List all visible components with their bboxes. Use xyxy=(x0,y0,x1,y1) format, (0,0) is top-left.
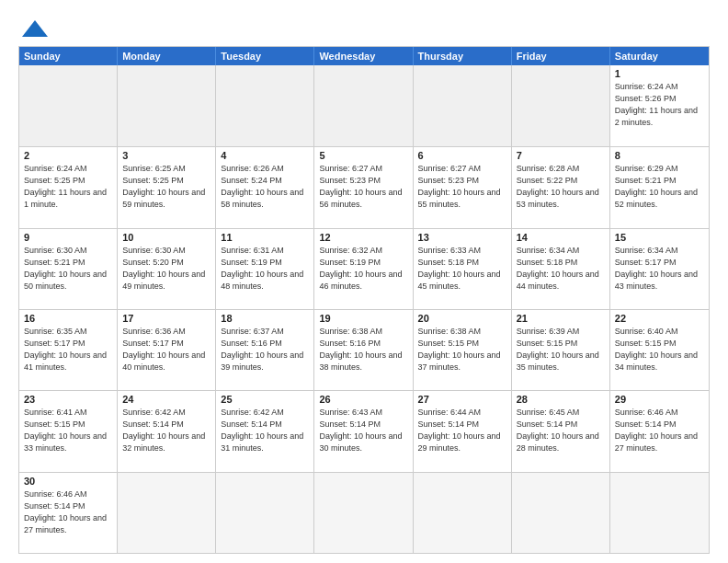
calendar-cell: 7Sunrise: 6:28 AM Sunset: 5:22 PM Daylig… xyxy=(512,147,610,227)
calendar-cell: 8Sunrise: 6:29 AM Sunset: 5:21 PM Daylig… xyxy=(610,147,709,227)
calendar-body: 1Sunrise: 6:24 AM Sunset: 5:26 PM Daylig… xyxy=(19,65,709,553)
calendar-cell: 18Sunrise: 6:37 AM Sunset: 5:16 PM Dayli… xyxy=(216,310,314,390)
day-number: 15 xyxy=(615,232,704,243)
weekday-header: Saturday xyxy=(610,47,709,65)
calendar-cell: 23Sunrise: 6:41 AM Sunset: 5:15 PM Dayli… xyxy=(19,391,118,471)
day-info: Sunrise: 6:34 AM Sunset: 5:18 PM Dayligh… xyxy=(517,245,605,293)
day-info: Sunrise: 6:32 AM Sunset: 5:19 PM Dayligh… xyxy=(319,245,407,293)
day-info: Sunrise: 6:46 AM Sunset: 5:14 PM Dayligh… xyxy=(24,488,112,536)
day-info: Sunrise: 6:29 AM Sunset: 5:21 PM Dayligh… xyxy=(615,163,704,211)
day-info: Sunrise: 6:42 AM Sunset: 5:14 PM Dayligh… xyxy=(221,407,309,454)
logo xyxy=(18,18,50,39)
day-info: Sunrise: 6:45 AM Sunset: 5:14 PM Dayligh… xyxy=(517,407,605,454)
calendar-row: 9Sunrise: 6:30 AM Sunset: 5:21 PM Daylig… xyxy=(19,228,709,309)
day-info: Sunrise: 6:24 AM Sunset: 5:26 PM Dayligh… xyxy=(615,81,704,129)
calendar-cell: 15Sunrise: 6:34 AM Sunset: 5:17 PM Dayli… xyxy=(610,229,709,309)
day-number: 1 xyxy=(615,68,704,79)
calendar-cell: 5Sunrise: 6:27 AM Sunset: 5:23 PM Daylig… xyxy=(314,147,413,227)
weekday-header: Monday xyxy=(118,47,216,65)
day-info: Sunrise: 6:35 AM Sunset: 5:17 PM Dayligh… xyxy=(24,326,112,373)
day-number: 7 xyxy=(517,150,605,161)
day-info: Sunrise: 6:39 AM Sunset: 5:15 PM Dayligh… xyxy=(517,326,605,373)
calendar-cell: 28Sunrise: 6:45 AM Sunset: 5:14 PM Dayli… xyxy=(512,391,610,471)
day-number: 23 xyxy=(24,394,112,405)
calendar-row: 2Sunrise: 6:24 AM Sunset: 5:25 PM Daylig… xyxy=(19,146,709,227)
day-info: Sunrise: 6:41 AM Sunset: 5:15 PM Dayligh… xyxy=(24,407,112,454)
day-info: Sunrise: 6:46 AM Sunset: 5:14 PM Dayligh… xyxy=(615,407,704,454)
day-info: Sunrise: 6:25 AM Sunset: 5:25 PM Dayligh… xyxy=(122,163,210,211)
day-info: Sunrise: 6:34 AM Sunset: 5:17 PM Dayligh… xyxy=(615,245,704,293)
day-info: Sunrise: 6:31 AM Sunset: 5:19 PM Dayligh… xyxy=(221,245,309,293)
calendar: SundayMondayTuesdayWednesdayThursdayFrid… xyxy=(18,46,710,554)
calendar-cell: 25Sunrise: 6:42 AM Sunset: 5:14 PM Dayli… xyxy=(216,391,314,471)
day-number: 29 xyxy=(615,394,704,405)
calendar-row: 16Sunrise: 6:35 AM Sunset: 5:17 PM Dayli… xyxy=(19,309,709,390)
calendar-header: SundayMondayTuesdayWednesdayThursdayFrid… xyxy=(19,47,709,65)
day-number: 19 xyxy=(319,313,407,324)
weekday-header: Thursday xyxy=(414,47,512,65)
calendar-cell: 24Sunrise: 6:42 AM Sunset: 5:14 PM Dayli… xyxy=(118,391,216,471)
calendar-cell: 22Sunrise: 6:40 AM Sunset: 5:15 PM Dayli… xyxy=(610,310,709,390)
calendar-row: 23Sunrise: 6:41 AM Sunset: 5:15 PM Dayli… xyxy=(19,390,709,471)
day-info: Sunrise: 6:30 AM Sunset: 5:21 PM Dayligh… xyxy=(24,245,112,293)
calendar-cell: 3Sunrise: 6:25 AM Sunset: 5:25 PM Daylig… xyxy=(118,147,216,227)
calendar-cell: 17Sunrise: 6:36 AM Sunset: 5:17 PM Dayli… xyxy=(118,310,216,390)
day-number: 22 xyxy=(615,313,704,324)
calendar-cell: 20Sunrise: 6:38 AM Sunset: 5:15 PM Dayli… xyxy=(414,310,512,390)
day-number: 8 xyxy=(615,150,704,161)
logo-icon xyxy=(20,18,50,39)
calendar-cell: 9Sunrise: 6:30 AM Sunset: 5:21 PM Daylig… xyxy=(19,229,118,309)
day-number: 27 xyxy=(418,394,506,405)
day-number: 21 xyxy=(517,313,605,324)
day-info: Sunrise: 6:30 AM Sunset: 5:20 PM Dayligh… xyxy=(122,245,210,293)
calendar-cell: 2Sunrise: 6:24 AM Sunset: 5:25 PM Daylig… xyxy=(19,147,118,227)
calendar-cell: 21Sunrise: 6:39 AM Sunset: 5:15 PM Dayli… xyxy=(512,310,610,390)
day-info: Sunrise: 6:27 AM Sunset: 5:23 PM Dayligh… xyxy=(319,163,407,211)
calendar-cell: 16Sunrise: 6:35 AM Sunset: 5:17 PM Dayli… xyxy=(19,310,118,390)
day-number: 2 xyxy=(24,150,112,161)
page: SundayMondayTuesdayWednesdayThursdayFrid… xyxy=(0,0,728,563)
day-number: 24 xyxy=(122,394,210,405)
calendar-cell: 29Sunrise: 6:46 AM Sunset: 5:14 PM Dayli… xyxy=(610,391,709,471)
day-number: 13 xyxy=(418,232,506,243)
calendar-cell: 13Sunrise: 6:33 AM Sunset: 5:18 PM Dayli… xyxy=(414,229,512,309)
day-info: Sunrise: 6:36 AM Sunset: 5:17 PM Dayligh… xyxy=(122,326,210,373)
calendar-row: 1Sunrise: 6:24 AM Sunset: 5:26 PM Daylig… xyxy=(19,65,709,146)
calendar-cell: 27Sunrise: 6:44 AM Sunset: 5:14 PM Dayli… xyxy=(414,391,512,471)
day-number: 18 xyxy=(221,313,309,324)
day-info: Sunrise: 6:38 AM Sunset: 5:15 PM Dayligh… xyxy=(418,326,506,373)
calendar-cell: 11Sunrise: 6:31 AM Sunset: 5:19 PM Dayli… xyxy=(216,229,314,309)
day-number: 28 xyxy=(517,394,605,405)
day-number: 3 xyxy=(122,150,210,161)
day-info: Sunrise: 6:38 AM Sunset: 5:16 PM Dayligh… xyxy=(319,326,407,373)
day-number: 11 xyxy=(221,232,309,243)
calendar-cell: 14Sunrise: 6:34 AM Sunset: 5:18 PM Dayli… xyxy=(512,229,610,309)
calendar-cell: 1Sunrise: 6:24 AM Sunset: 5:26 PM Daylig… xyxy=(610,65,709,146)
header xyxy=(18,15,710,39)
svg-marker-0 xyxy=(22,20,48,37)
day-info: Sunrise: 6:43 AM Sunset: 5:14 PM Dayligh… xyxy=(319,407,407,454)
day-number: 20 xyxy=(418,313,506,324)
calendar-cell: 6Sunrise: 6:27 AM Sunset: 5:23 PM Daylig… xyxy=(414,147,512,227)
day-info: Sunrise: 6:37 AM Sunset: 5:16 PM Dayligh… xyxy=(221,326,309,373)
calendar-cell: 12Sunrise: 6:32 AM Sunset: 5:19 PM Dayli… xyxy=(314,229,413,309)
day-number: 14 xyxy=(517,232,605,243)
calendar-cell: 30Sunrise: 6:46 AM Sunset: 5:14 PM Dayli… xyxy=(19,473,118,553)
calendar-cell: 26Sunrise: 6:43 AM Sunset: 5:14 PM Dayli… xyxy=(314,391,413,471)
day-number: 26 xyxy=(319,394,407,405)
day-info: Sunrise: 6:44 AM Sunset: 5:14 PM Dayligh… xyxy=(418,407,506,454)
weekday-header: Friday xyxy=(512,47,610,65)
calendar-row: 30Sunrise: 6:46 AM Sunset: 5:14 PM Dayli… xyxy=(19,472,709,553)
weekday-header: Tuesday xyxy=(216,47,314,65)
weekday-header: Sunday xyxy=(19,47,118,65)
day-info: Sunrise: 6:33 AM Sunset: 5:18 PM Dayligh… xyxy=(418,245,506,293)
calendar-cell: 19Sunrise: 6:38 AM Sunset: 5:16 PM Dayli… xyxy=(314,310,413,390)
day-info: Sunrise: 6:26 AM Sunset: 5:24 PM Dayligh… xyxy=(221,163,309,211)
calendar-cell: 4Sunrise: 6:26 AM Sunset: 5:24 PM Daylig… xyxy=(216,147,314,227)
day-number: 17 xyxy=(122,313,210,324)
day-number: 4 xyxy=(221,150,309,161)
day-number: 5 xyxy=(319,150,407,161)
day-number: 25 xyxy=(221,394,309,405)
day-number: 9 xyxy=(24,232,112,243)
day-number: 6 xyxy=(418,150,506,161)
